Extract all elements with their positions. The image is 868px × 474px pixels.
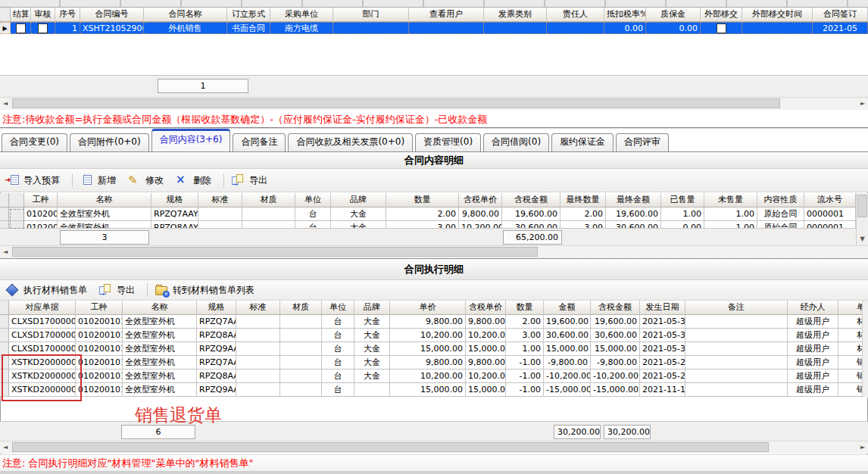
- table-cell[interactable]: [242, 207, 295, 221]
- table-cell[interactable]: CLXSD170000010: [9, 315, 76, 329]
- column-header[interactable]: 最终金额: [606, 193, 661, 207]
- table-cell[interactable]: [685, 356, 788, 370]
- table-cell[interactable]: 2021-05-29: [640, 356, 685, 370]
- table-cell[interactable]: 3.00: [560, 221, 606, 228]
- table-cell[interactable]: [547, 22, 604, 34]
- exec-row-count-box[interactable]: 6: [121, 425, 195, 439]
- table-cell[interactable]: [484, 22, 547, 34]
- table-row[interactable]: 01020010全效型室外机RPZQ7AAY (台大金2.009,800.001…: [0, 207, 856, 221]
- 转到材料销售单列表-button[interactable]: e转到材料销售单列表: [155, 284, 254, 297]
- table-cell[interactable]: 0102001019: [76, 383, 123, 397]
- column-header[interactable]: 含税单价: [466, 301, 506, 315]
- scrollbar-thumb[interactable]: [12, 247, 538, 257]
- table-cell[interactable]: [685, 315, 788, 329]
- table-cell[interactable]: 10,200.00: [390, 370, 466, 383]
- table-row[interactable]: XSTKD2000000030102001017全效型室外机RPZQ7AAY台大…: [0, 356, 868, 370]
- table-cell[interactable]: 大金: [354, 315, 390, 329]
- table-cell[interactable]: RPZQ8AAY: [197, 329, 236, 342]
- column-header[interactable]: 备注: [685, 301, 788, 315]
- checkbox[interactable]: [717, 23, 726, 33]
- column-header[interactable]: 名称: [123, 301, 197, 315]
- column-header[interactable]: 品牌: [354, 301, 390, 315]
- table-cell[interactable]: [333, 22, 409, 34]
- table-cell[interactable]: 30,600.00: [606, 221, 661, 228]
- table-cell[interactable]: 大金: [354, 342, 390, 356]
- table-cell[interactable]: 超级用户: [788, 370, 838, 383]
- table-cell[interactable]: 3.00: [506, 329, 544, 342]
- column-header[interactable]: 规格: [151, 193, 198, 207]
- table-cell[interactable]: XSHT210529001: [80, 22, 144, 34]
- table-cell[interactable]: 15,000.00: [466, 342, 506, 356]
- table-row[interactable]: XSTKD2000000020102001019全效型室外机RPZQ9AAY台1…: [0, 383, 868, 397]
- table-cell[interactable]: 01020010: [24, 221, 58, 228]
- table-cell[interactable]: 10,200.00: [459, 221, 502, 228]
- table-cell[interactable]: RPZQ8AAY (: [151, 221, 198, 228]
- table-cell[interactable]: -15,000.00: [591, 383, 640, 397]
- column-header[interactable]: 查看用户: [409, 8, 484, 22]
- scroll-right-icon[interactable]: ►: [857, 442, 868, 453]
- table-cell[interactable]: 大金: [354, 329, 390, 342]
- column-header[interactable]: 单位: [295, 193, 331, 207]
- table-cell[interactable]: 9,800.00: [390, 315, 466, 329]
- column-header[interactable]: 采购单位: [270, 8, 333, 22]
- column-header[interactable]: 合同签订: [813, 8, 868, 22]
- table-cell[interactable]: 0.00: [661, 221, 704, 228]
- tab-item[interactable]: 合同附件(0+0): [70, 133, 149, 151]
- table-row[interactable]: CLXSD1700000100102001018全效型室外机RPZQ8AAY台大…: [0, 329, 868, 342]
- 导出-button[interactable]: →导出: [99, 284, 135, 297]
- scroll-down-icon[interactable]: ▼: [857, 234, 868, 245]
- scrollbar-thumb[interactable]: [12, 98, 780, 108]
- column-header[interactable]: 金额: [544, 301, 591, 315]
- column-header[interactable]: 结算: [11, 8, 31, 22]
- column-header[interactable]: 发票类别: [484, 8, 547, 22]
- table-cell[interactable]: 15,000.00: [390, 342, 466, 356]
- table-cell[interactable]: 原始合同: [757, 221, 804, 228]
- table-cell[interactable]: [236, 342, 280, 356]
- table-cell[interactable]: 台: [295, 221, 331, 228]
- table-cell[interactable]: 台: [322, 370, 354, 383]
- table-cell[interactable]: 大金: [331, 221, 386, 228]
- table-cell[interactable]: [31, 22, 55, 34]
- column-header[interactable]: 经办人: [788, 301, 838, 315]
- table-cell[interactable]: 书面合同: [227, 22, 270, 34]
- table-cell[interactable]: 1.00: [661, 207, 704, 221]
- column-header[interactable]: 单位: [322, 301, 354, 315]
- table-cell[interactable]: 10,200.00: [390, 329, 466, 342]
- table-cell[interactable]: 全效型室外机: [123, 370, 197, 383]
- table-cell[interactable]: 大金: [331, 207, 386, 221]
- scrollbar-thumb[interactable]: [857, 195, 867, 217]
- column-header[interactable]: 数量: [386, 193, 459, 207]
- column-header[interactable]: 外部移交: [701, 8, 742, 22]
- table-cell[interactable]: [685, 329, 788, 342]
- column-header[interactable]: 单价: [390, 301, 466, 315]
- column-header[interactable]: 审核: [31, 8, 55, 22]
- table-cell[interactable]: 0102001017: [76, 315, 123, 329]
- table-cell[interactable]: -1.00: [506, 383, 544, 397]
- table-cell[interactable]: 台: [322, 342, 354, 356]
- table-cell[interactable]: [280, 342, 322, 356]
- table-cell[interactable]: [685, 383, 788, 397]
- 删除-button[interactable]: ×删除: [176, 174, 211, 187]
- contracts-horizontal-scrollbar[interactable]: ◄ ►: [0, 97, 868, 110]
- table-cell[interactable]: -9,800.00: [591, 356, 640, 370]
- table-cell[interactable]: 3.00: [386, 221, 459, 228]
- table-cell[interactable]: 超级用户: [788, 383, 838, 397]
- table-cell[interactable]: [198, 207, 242, 221]
- table-cell[interactable]: 19,600.00: [606, 207, 661, 221]
- table-cell[interactable]: -1.00: [506, 356, 544, 370]
- table-cell[interactable]: 19,600.00: [502, 207, 560, 221]
- table-cell[interactable]: 超级用户: [788, 329, 838, 342]
- table-cell[interactable]: 9,800.00: [466, 315, 506, 329]
- table-cell[interactable]: 外机销售: [144, 22, 227, 34]
- table-cell[interactable]: 全效型室外机: [123, 356, 197, 370]
- table-cell[interactable]: 0102001018: [76, 329, 123, 342]
- scrollbar-thumb[interactable]: [12, 442, 769, 452]
- table-cell[interactable]: 10,200.00: [466, 329, 506, 342]
- table-cell[interactable]: 0102001018: [76, 370, 123, 383]
- column-header[interactable]: 标准: [198, 193, 242, 207]
- table-cell[interactable]: 30,600.00: [591, 329, 640, 342]
- tab-item[interactable]: 合同变更(0): [2, 133, 67, 151]
- column-header[interactable]: 含税金额: [502, 193, 560, 207]
- column-header[interactable]: 材质: [242, 193, 295, 207]
- table-cell[interactable]: 台: [295, 207, 331, 221]
